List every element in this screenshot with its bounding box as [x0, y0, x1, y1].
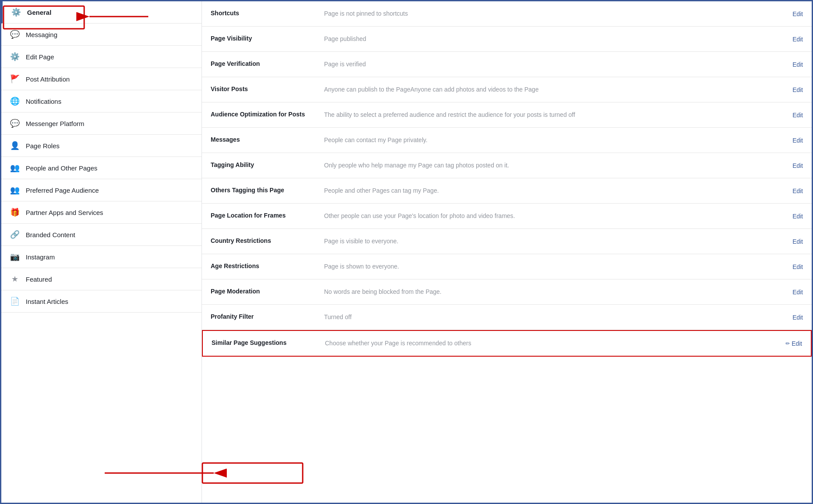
- people-and-other-pages-icon: 👥: [10, 163, 20, 173]
- settings-value-country-restrictions: Page is visible to everyone.: [315, 229, 777, 254]
- settings-row-audience-optimization: Audience Optimization for PostsThe abili…: [202, 102, 812, 128]
- branded-content-icon: 🔗: [10, 230, 20, 239]
- sidebar-item-people-and-other-pages[interactable]: 👥People and Other Pages: [1, 157, 202, 179]
- settings-value-shortcuts: Page is not pinned to shortcuts: [315, 1, 777, 26]
- settings-edit-profanity-filter[interactable]: Edit: [777, 305, 812, 330]
- sidebar-item-general[interactable]: ⚙️General: [1, 1, 202, 24]
- edit-link-tagging-ability[interactable]: Edit: [793, 162, 803, 169]
- settings-label-page-visibility: Page Visibility: [202, 27, 315, 51]
- edit-link-audience-optimization[interactable]: Edit: [793, 112, 803, 119]
- edit-link-profanity-filter[interactable]: Edit: [793, 314, 803, 321]
- settings-edit-visitor-posts[interactable]: Edit: [777, 77, 812, 102]
- settings-value-messages: People can contact my Page privately.: [315, 128, 777, 153]
- settings-edit-audience-optimization[interactable]: Edit: [777, 102, 812, 127]
- settings-value-audience-optimization: The ability to select a preferred audien…: [315, 102, 777, 127]
- sidebar-item-label-messaging: Messaging: [26, 31, 58, 38]
- settings-edit-similar-page-suggestions[interactable]: ✏Edit: [776, 331, 811, 356]
- settings-label-page-verification: Page Verification: [202, 52, 315, 77]
- settings-edit-page-verification[interactable]: Edit: [777, 52, 812, 77]
- sidebar-item-messaging[interactable]: 💬Messaging: [1, 24, 202, 46]
- settings-value-others-tagging: People and other Pages can tag my Page.: [315, 178, 777, 203]
- settings-row-similar-page-suggestions: Similar Page SuggestionsChoose whether y…: [202, 330, 812, 357]
- settings-edit-page-visibility[interactable]: Edit: [777, 27, 812, 51]
- sidebar-item-label-notifications: Notifications: [26, 98, 61, 105]
- settings-label-page-moderation: Page Moderation: [202, 279, 315, 304]
- settings-row-age-restrictions: Age RestrictionsPage is shown to everyon…: [202, 254, 812, 279]
- pencil-icon: ✏: [786, 341, 790, 347]
- settings-label-shortcuts: Shortcuts: [202, 1, 315, 26]
- settings-edit-shortcuts[interactable]: Edit: [777, 1, 812, 26]
- general-icon: ⚙️: [11, 7, 21, 17]
- sidebar-item-post-attribution[interactable]: 🚩Post Attribution: [1, 68, 202, 90]
- settings-value-similar-page-suggestions: Choose whether your Page is recommended …: [316, 331, 776, 356]
- settings-label-messages: Messages: [202, 128, 315, 153]
- settings-edit-country-restrictions[interactable]: Edit: [777, 229, 812, 254]
- sidebar-item-instagram[interactable]: 📷Instagram: [1, 246, 202, 268]
- settings-row-profanity-filter: Profanity FilterTurned offEdit: [202, 305, 812, 330]
- instant-articles-icon: 📄: [10, 296, 20, 306]
- settings-row-page-verification: Page VerificationPage is verifiedEdit: [202, 52, 812, 77]
- settings-value-profanity-filter: Turned off: [315, 305, 777, 330]
- settings-row-page-location: Page Location for FramesOther people can…: [202, 204, 812, 229]
- edit-link-page-moderation[interactable]: Edit: [793, 289, 803, 296]
- settings-edit-others-tagging[interactable]: Edit: [777, 178, 812, 203]
- sidebar-item-label-featured: Featured: [26, 276, 52, 283]
- edit-link-messages[interactable]: Edit: [793, 137, 803, 144]
- settings-edit-tagging-ability[interactable]: Edit: [777, 153, 812, 178]
- settings-row-others-tagging: Others Tagging this PagePeople and other…: [202, 178, 812, 204]
- settings-value-page-moderation: No words are being blocked from the Page…: [315, 279, 777, 304]
- sidebar-item-label-post-attribution: Post Attribution: [26, 75, 70, 83]
- sidebar-item-page-roles[interactable]: 👤Page Roles: [1, 135, 202, 157]
- sidebar-item-notifications[interactable]: 🌐Notifications: [1, 90, 202, 112]
- edit-link-age-restrictions[interactable]: Edit: [793, 263, 803, 270]
- sidebar-item-instant-articles[interactable]: 📄Instant Articles: [1, 290, 202, 313]
- sidebar-item-preferred-page-audience[interactable]: 👥Preferred Page Audience: [1, 179, 202, 201]
- settings-row-visitor-posts: Visitor PostsAnyone can publish to the P…: [202, 77, 812, 102]
- edit-link-others-tagging[interactable]: Edit: [793, 187, 803, 194]
- settings-edit-messages[interactable]: Edit: [777, 128, 812, 153]
- sidebar-item-branded-content[interactable]: 🔗Branded Content: [1, 224, 202, 246]
- edit-link-visitor-posts[interactable]: Edit: [793, 86, 803, 93]
- partner-apps-icon: 🎁: [10, 208, 20, 217]
- settings-value-tagging-ability: Only people who help manage my Page can …: [315, 153, 777, 178]
- sidebar-item-label-instagram: Instagram: [26, 253, 55, 261]
- sidebar: ⚙️General💬Messaging⚙️Edit Page🚩Post Attr…: [1, 1, 202, 503]
- settings-label-similar-page-suggestions: Similar Page Suggestions: [203, 331, 316, 356]
- edit-link-page-location[interactable]: Edit: [793, 213, 803, 220]
- edit-link-similar-page-suggestions[interactable]: Edit: [792, 340, 802, 347]
- settings-edit-age-restrictions[interactable]: Edit: [777, 254, 812, 279]
- sidebar-item-label-edit-page: Edit Page: [26, 53, 54, 61]
- settings-row-tagging-ability: Tagging AbilityOnly people who help mana…: [202, 153, 812, 178]
- sidebar-item-label-people-and-other-pages: People and Other Pages: [26, 164, 97, 172]
- settings-edit-page-location[interactable]: Edit: [777, 204, 812, 228]
- post-attribution-icon: 🚩: [10, 74, 20, 84]
- settings-label-age-restrictions: Age Restrictions: [202, 254, 315, 279]
- instagram-icon: 📷: [10, 252, 20, 262]
- settings-row-country-restrictions: Country RestrictionsPage is visible to e…: [202, 229, 812, 254]
- settings-row-shortcuts: ShortcutsPage is not pinned to shortcuts…: [202, 1, 812, 27]
- settings-value-age-restrictions: Page is shown to everyone.: [315, 254, 777, 279]
- edit-link-page-visibility[interactable]: Edit: [793, 36, 803, 43]
- edit-link-country-restrictions[interactable]: Edit: [793, 238, 803, 245]
- sidebar-item-messenger-platform[interactable]: 💬Messenger Platform: [1, 112, 202, 135]
- sidebar-item-label-instant-articles: Instant Articles: [26, 298, 68, 305]
- settings-label-country-restrictions: Country Restrictions: [202, 229, 315, 254]
- sidebar-item-partner-apps[interactable]: 🎁Partner Apps and Services: [1, 201, 202, 224]
- sidebar-item-featured[interactable]: ★Featured: [1, 268, 202, 290]
- edit-link-page-verification[interactable]: Edit: [793, 61, 803, 68]
- settings-value-page-verification: Page is verified: [315, 52, 777, 77]
- featured-icon: ★: [10, 274, 20, 284]
- page-roles-icon: 👤: [10, 141, 20, 150]
- sidebar-item-label-general: General: [27, 9, 51, 16]
- notifications-icon: 🌐: [10, 96, 20, 106]
- sidebar-item-label-messenger-platform: Messenger Platform: [26, 120, 84, 127]
- preferred-page-audience-icon: 👥: [10, 185, 20, 195]
- edit-page-icon: ⚙️: [10, 52, 20, 61]
- edit-link-shortcuts[interactable]: Edit: [793, 10, 803, 17]
- settings-value-page-visibility: Page published: [315, 27, 777, 51]
- settings-value-visitor-posts: Anyone can publish to the PageAnyone can…: [315, 77, 777, 102]
- settings-edit-page-moderation[interactable]: Edit: [777, 279, 812, 304]
- sidebar-item-edit-page[interactable]: ⚙️Edit Page: [1, 46, 202, 68]
- sidebar-item-label-preferred-page-audience: Preferred Page Audience: [26, 187, 99, 194]
- sidebar-item-label-partner-apps: Partner Apps and Services: [26, 209, 103, 216]
